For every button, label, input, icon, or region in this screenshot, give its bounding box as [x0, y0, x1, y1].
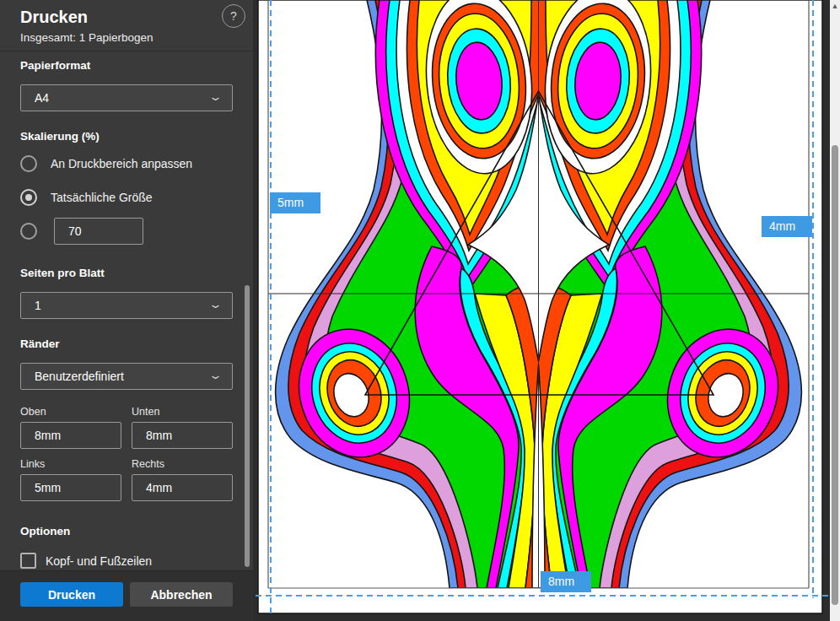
chevron-down-icon: ⌄	[208, 298, 223, 310]
margins-label: Ränder	[20, 338, 60, 350]
radio-actual-size-label: Tatsächliche Größe	[51, 191, 153, 204]
help-glyph: ?	[230, 9, 237, 23]
print-dialog-window: Drucken ? Insgesamt: 1 Papierbogen Papie…	[0, 0, 840, 621]
print-preview-pane: 5mm 4mm 8mm ▲	[253, 0, 840, 621]
scaling-label: Skalierung (%)	[20, 130, 100, 143]
margin-right-label: Rechts	[132, 458, 164, 470]
headers-footers-checkbox[interactable]	[20, 553, 36, 569]
pages-per-sheet-select[interactable]: 1 ⌄	[20, 292, 233, 319]
margin-right-input[interactable]	[132, 474, 233, 501]
paper-format-select[interactable]: A4 ⌄	[20, 84, 233, 111]
radio-fit-to-print-area[interactable]	[20, 155, 37, 172]
headers-footers-label: Kopf- und Fußzeilen	[46, 554, 152, 568]
margin-top-input[interactable]	[20, 422, 121, 449]
print-preview-canvas	[253, 0, 840, 621]
dialog-footer: Drucken Abbrechen	[0, 570, 253, 621]
margin-bottom-label: Unten	[132, 406, 159, 418]
margin-top-label: Oben	[20, 406, 46, 418]
chevron-down-icon: ⌄	[208, 90, 223, 103]
pages-per-sheet-label: Seiten pro Blatt	[20, 267, 105, 279]
left-margin-tag[interactable]: 5mm	[270, 192, 320, 213]
radio-custom-scale[interactable]	[20, 223, 37, 240]
right-margin-tag[interactable]: 4mm	[762, 216, 812, 237]
header-divider	[0, 51, 253, 51]
sheet-count-summary: Insgesamt: 1 Papierbogen	[20, 31, 153, 44]
margin-bottom-input[interactable]	[132, 422, 233, 449]
dialog-title: Drucken	[20, 8, 88, 27]
chevron-down-icon: ⌄	[208, 369, 223, 381]
radio-fit-label: An Druckbereich anpassen	[51, 157, 192, 170]
custom-scale-input[interactable]	[54, 218, 143, 245]
margins-value: Benutzerdefiniert	[35, 370, 124, 383]
print-button[interactable]: Drucken	[20, 582, 123, 607]
options-label: Optionen	[20, 525, 70, 537]
paper-format-label: Papierformat	[20, 59, 90, 72]
paper-format-value: A4	[35, 91, 49, 105]
bottom-margin-tag[interactable]: 8mm	[541, 571, 591, 592]
margin-left-input[interactable]	[20, 474, 121, 501]
margin-left-label: Links	[20, 458, 45, 470]
radio-actual-size[interactable]	[20, 189, 37, 206]
print-settings-panel: Drucken ? Insgesamt: 1 Papierbogen Papie…	[0, 0, 253, 621]
help-icon[interactable]: ?	[222, 4, 245, 28]
preview-scrollbar[interactable]: ▲	[830, 0, 840, 621]
pages-per-sheet-value: 1	[35, 299, 41, 312]
preview-scrollbar-thumb[interactable]	[832, 145, 838, 605]
scroll-up-icon[interactable]: ▲	[830, 1, 840, 11]
margins-select[interactable]: Benutzerdefiniert ⌄	[20, 363, 233, 390]
cancel-button[interactable]: Abbrechen	[130, 582, 233, 607]
sidebar-scrollbar-thumb[interactable]	[245, 285, 250, 567]
